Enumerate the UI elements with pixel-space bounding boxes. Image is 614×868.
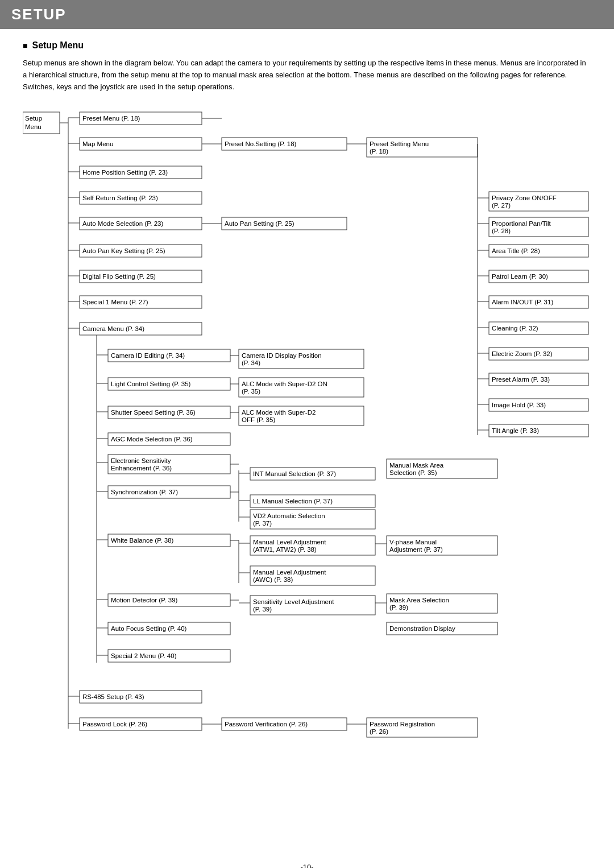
preset-alarm-label: Preset Alarm (P. 33) xyxy=(492,376,550,383)
synchronization-label: Synchronization (P. 37) xyxy=(111,489,178,495)
camera-id-label: Camera ID Editing (P. 34) xyxy=(111,352,185,359)
rs485-label: RS-485 Setup (P. 43) xyxy=(82,693,144,700)
manual-atw-label: Manual Level Adjustment xyxy=(253,539,326,545)
alc-off-label2: OFF (P. 35) xyxy=(242,416,275,423)
manual-mask-label: Manual Mask Area xyxy=(389,462,444,469)
special1-label: Special 1 Menu (P. 27) xyxy=(82,299,148,305)
sensitivity-label2: (P. 39) xyxy=(253,606,272,613)
electronic-sensitivity-label: Electronic Sensitivity xyxy=(111,457,171,464)
sensitivity-label: Sensitivity Level Adjustment xyxy=(253,598,334,605)
camera-id-display-label2: (P. 34) xyxy=(242,359,260,366)
setup-menu-label: Setup xyxy=(25,115,42,122)
demonstration-display-label: Demonstration Display xyxy=(389,625,455,632)
camera-menu-label: Camera Menu (P. 34) xyxy=(82,325,144,332)
auto-pan-setting-label: Auto Pan Setting (P. 25) xyxy=(225,220,294,227)
home-position-label: Home Position Setting (P. 23) xyxy=(82,169,168,176)
map-menu-label: Map Menu xyxy=(82,140,113,147)
electronic-sensitivity-label2: Enhancement (P. 36) xyxy=(111,465,172,472)
int-manual-label: INT Manual Selection (P. 37) xyxy=(253,470,336,477)
section-title: Setup Menu xyxy=(23,40,591,51)
page-title: SETUP xyxy=(11,6,603,23)
v-phase-label: V-phase Manual xyxy=(389,539,437,545)
setup-menu-label2: Menu xyxy=(25,123,42,130)
alarm-in-out-label: Alarm IN/OUT (P. 31) xyxy=(492,299,553,305)
alc-off-label: ALC Mode with Super-D2 xyxy=(242,409,316,416)
v-phase-label2: Adjustment (P. 37) xyxy=(389,546,443,553)
shutter-speed-label: Shutter Speed Setting (P. 36) xyxy=(111,409,196,416)
vd2-auto-label: VD2 Automatic Selection xyxy=(253,512,325,519)
preset-setting-menu-label2: (P. 18) xyxy=(370,148,388,155)
tilt-angle-label: Tilt Angle (P. 33) xyxy=(492,427,539,434)
alc-on-label2: (P. 35) xyxy=(242,388,260,395)
preset-setting-menu-label: Preset Setting Menu xyxy=(370,140,429,147)
manual-awc-label2: (AWC) (P. 38) xyxy=(253,576,293,583)
motion-detector-label: Motion Detector (P. 39) xyxy=(111,597,178,604)
prop-pan-tilt-label2: (P. 28) xyxy=(492,228,511,234)
privacy-zone-label: Privacy Zone ON/OFF xyxy=(492,195,557,201)
electric-zoom-label: Electric Zoom (P. 32) xyxy=(492,350,553,357)
prop-pan-tilt-label: Proportional Pan/Tilt xyxy=(492,220,551,227)
manual-awc-label: Manual Level Adjustment xyxy=(253,569,326,576)
page-header: SETUP xyxy=(0,0,614,29)
area-title-label: Area Title (P. 28) xyxy=(492,247,540,254)
camera-id-display-label: Camera ID Display Position xyxy=(242,352,322,359)
auto-mode-label: Auto Mode Selection (P. 23) xyxy=(82,220,164,227)
password-registration-label: Password Registration xyxy=(370,721,435,728)
preset-no-setting-label: Preset No.Setting (P. 18) xyxy=(225,140,297,147)
white-balance-label: White Balance (P. 38) xyxy=(111,537,174,544)
mask-area-label: Mask Area Selection xyxy=(389,597,449,604)
auto-focus-label: Auto Focus Setting (P. 40) xyxy=(111,625,187,632)
password-registration-label2: (P. 26) xyxy=(370,728,388,735)
alc-on-label: ALC Mode with Super-D2 ON xyxy=(242,381,327,387)
manual-atw-label2: (ATW1, ATW2) (P. 38) xyxy=(253,546,317,553)
manual-mask-label2: Selection (P. 35) xyxy=(389,469,437,476)
setup-diagram: Setup Menu Preset Menu (P. 18) Map Menu … xyxy=(23,106,591,852)
vd2-auto-label2: (P. 37) xyxy=(253,520,272,527)
self-return-label: Self Return Setting (P. 23) xyxy=(82,195,158,201)
password-verification-label: Password Verification (P. 26) xyxy=(225,721,308,728)
ll-manual-label: LL Manual Selection (P. 37) xyxy=(253,498,333,505)
privacy-zone-label2: (P. 27) xyxy=(492,202,511,209)
agc-mode-label: AGC Mode Selection (P. 36) xyxy=(111,436,193,443)
cleaning-label: Cleaning (P. 32) xyxy=(492,325,538,332)
mask-area-label2: (P. 39) xyxy=(389,604,408,611)
page-number: -10- xyxy=(23,863,591,868)
digital-flip-label: Digital Flip Setting (P. 25) xyxy=(82,273,156,280)
password-lock-label: Password Lock (P. 26) xyxy=(82,721,147,728)
auto-pan-key-label: Auto Pan Key Setting (P. 25) xyxy=(82,247,165,254)
light-control-label: Light Control Setting (P. 35) xyxy=(111,381,191,387)
description: Setup menus are shown in the diagram bel… xyxy=(23,57,591,93)
image-hold-label: Image Hold (P. 33) xyxy=(492,402,546,408)
preset-menu-label: Preset Menu (P. 18) xyxy=(82,115,140,122)
special2-label: Special 2 Menu (P. 40) xyxy=(111,652,177,659)
patrol-learn-label: Patrol Learn (P. 30) xyxy=(492,273,548,280)
